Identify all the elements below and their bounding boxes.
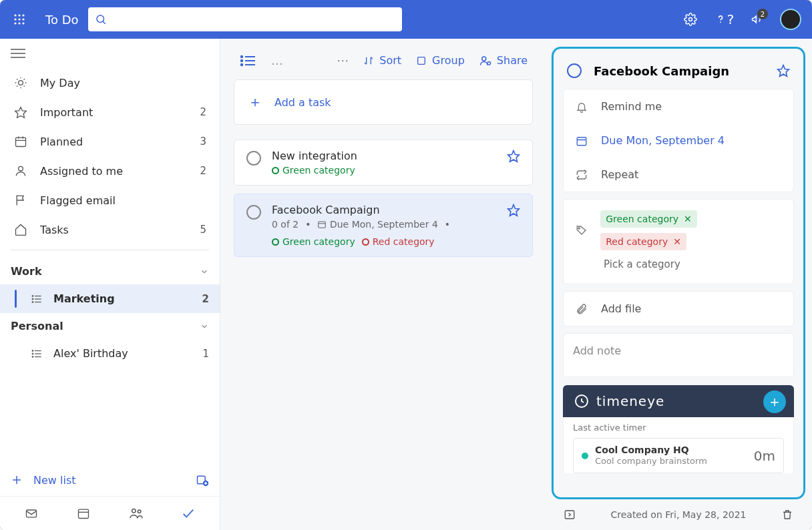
svg-point-37 [32,301,33,302]
group-header[interactable]: Work [0,258,220,284]
new-group-icon[interactable] [196,473,209,487]
smartlist-flag[interactable]: Flagged email [4,186,216,215]
list-item[interactable]: Alex' Birthday1 [0,339,220,368]
settings-button[interactable] [678,7,702,31]
smartlist-person[interactable]: Assigned to me2 [4,156,216,186]
svg-point-7 [18,22,20,24]
remove-category-icon[interactable]: ✕ [673,236,681,247]
list-options-submenu[interactable]: … [271,53,283,67]
svg-point-8 [22,22,24,24]
home-icon [13,223,28,236]
plus-icon: ＋ [248,92,262,112]
share-button[interactable]: Share [479,54,528,67]
svg-rect-27 [16,138,26,146]
svg-point-43 [32,356,33,357]
chevron-down-icon [200,267,209,276]
svg-point-35 [32,295,33,296]
paperclip-icon [576,303,589,315]
mail-tab[interactable] [21,503,41,523]
smartlist-home[interactable]: Tasks5 [4,215,216,244]
svg-point-31 [19,166,23,171]
calendar-tab[interactable] [73,503,93,523]
remind-me-row[interactable]: Remind me [564,89,793,123]
star-icon [13,105,28,119]
list-icon [31,293,43,305]
notif-badge: 2 [757,9,768,19]
people-tab[interactable] [126,503,146,523]
add-note-input[interactable]: Add note [563,333,794,377]
smartlist-calendar[interactable]: Planned3 [4,127,216,156]
task-detail-title[interactable]: Facebook Campaign [594,64,765,78]
repeat-row[interactable]: Repeat [564,158,793,192]
group-header[interactable]: Personal [0,313,220,339]
svg-point-59 [241,63,242,65]
svg-point-41 [32,350,33,351]
sidebar-toggle[interactable] [0,39,220,68]
categories-row[interactable]: Green category ✕Red category ✕ [564,200,793,254]
category-chip[interactable]: Green category ✕ [600,210,696,228]
svg-rect-61 [418,57,425,64]
svg-marker-69 [508,205,520,216]
due-date-row[interactable]: Due Mon, September 4 [564,123,793,158]
important-star[interactable] [507,204,520,217]
new-list-button[interactable]: New list [0,464,220,496]
svg-point-3 [14,18,16,20]
app-launcher-button[interactable] [9,9,29,29]
todo-tab[interactable] [178,503,198,523]
task-complete-checkbox[interactable] [567,63,582,78]
task-row[interactable]: New integrationGreen category [234,140,533,186]
svg-point-0 [14,14,16,16]
svg-marker-26 [15,107,27,118]
svg-point-42 [32,353,33,354]
megaphone-button[interactable]: 2 [745,7,769,31]
app-title: To Do [45,13,79,27]
list-item[interactable]: Marketing2 [0,284,220,313]
pick-category-input[interactable]: Pick a category [601,254,781,274]
hide-detail-button[interactable] [564,509,576,521]
task-complete-checkbox[interactable] [246,205,261,220]
svg-point-55 [241,55,242,57]
sort-button[interactable]: Sort [363,54,401,67]
timeneye-panel-header: timeneye ＋ [563,385,794,417]
created-label: Created on Fri, May 28, 2021 [576,509,781,520]
add-task-input[interactable]: ＋ Add a task [234,79,533,125]
list-view-button[interactable] [239,54,256,67]
sun-icon [13,76,28,89]
task-row[interactable]: Facebook Campaign0 of 2• Due Mon, Septem… [234,194,533,257]
svg-point-5 [22,18,24,20]
svg-line-25 [24,79,25,79]
search-input[interactable] [88,7,402,31]
important-star[interactable] [777,64,790,77]
more-options-button[interactable]: ⋯ [337,53,349,67]
account-avatar[interactable] [779,7,803,31]
add-file-row[interactable]: Add file [564,292,793,326]
category-chip[interactable]: Red category ✕ [600,233,686,250]
person-icon [13,164,28,178]
svg-point-9 [97,15,104,23]
important-star[interactable] [507,150,520,163]
task-complete-checkbox[interactable] [246,151,261,166]
project-color-dot [582,453,588,459]
svg-marker-70 [778,65,789,77]
svg-rect-71 [577,137,586,145]
timeneye-add-button[interactable]: ＋ [763,390,786,413]
repeat-icon [576,169,589,181]
list-icon [31,348,43,360]
svg-line-24 [17,86,17,87]
timeneye-timer-row[interactable]: Cool Company HQ Cool company brainstorm … [573,438,784,473]
smartlist-star[interactable]: Important2 [4,97,216,127]
svg-point-36 [32,298,33,300]
category-chip: Green category [272,165,355,176]
calendar-icon [576,135,589,147]
svg-point-54 [138,510,141,513]
delete-task-button[interactable] [781,509,793,521]
svg-point-4 [18,18,20,20]
svg-line-23 [24,86,25,87]
group-button[interactable]: Group [416,54,465,67]
smartlist-sun[interactable]: My Day [4,68,216,97]
chevron-down-icon [200,322,209,331]
help-button[interactable]: ? [712,7,736,31]
svg-line-22 [17,79,17,79]
calendar-icon [13,135,28,148]
remove-category-icon[interactable]: ✕ [684,214,692,224]
